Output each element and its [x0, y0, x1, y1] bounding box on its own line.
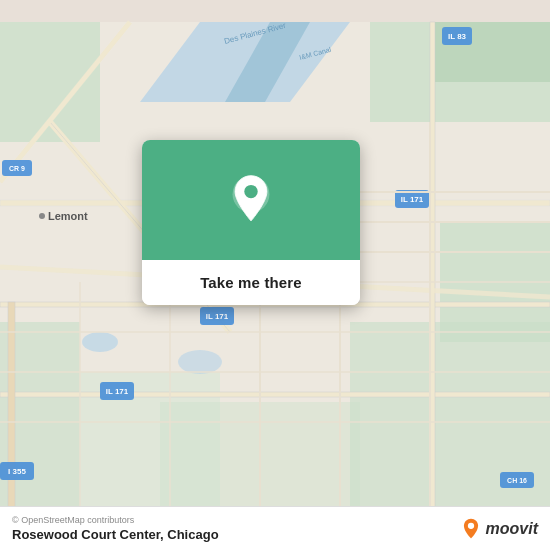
moovit-pin-icon — [460, 518, 482, 540]
svg-text:IL 171: IL 171 — [106, 387, 129, 396]
attribution-text: © OpenStreetMap contributors — [12, 515, 219, 525]
svg-rect-15 — [0, 392, 550, 397]
bottom-bar: © OpenStreetMap contributors Rosewood Co… — [0, 506, 550, 550]
location-pin-icon — [225, 174, 277, 226]
svg-text:IL 83: IL 83 — [448, 32, 467, 41]
take-me-there-button[interactable]: Take me there — [142, 260, 360, 305]
svg-point-53 — [244, 185, 257, 198]
svg-text:CH 16: CH 16 — [507, 477, 527, 484]
bottom-left: © OpenStreetMap contributors Rosewood Co… — [12, 515, 219, 542]
svg-text:Lemont: Lemont — [48, 210, 88, 222]
location-card: Take me there — [142, 140, 360, 305]
svg-text:IL 171: IL 171 — [206, 312, 229, 321]
svg-text:IL 171: IL 171 — [401, 195, 424, 204]
card-map-top — [142, 140, 360, 260]
svg-point-54 — [467, 522, 473, 528]
map-container: IL 83 IL 171 IL 171 IL 171 I 355 CR 9 CH… — [0, 0, 550, 550]
svg-text:CR 9: CR 9 — [9, 165, 25, 172]
svg-rect-16 — [8, 302, 15, 528]
svg-point-37 — [39, 213, 45, 219]
moovit-brand-text: moovit — [486, 520, 538, 538]
svg-rect-6 — [350, 322, 550, 528]
svg-point-11 — [82, 332, 118, 352]
place-name-text: Rosewood Court Center, Chicago — [12, 527, 219, 542]
svg-text:I 355: I 355 — [8, 467, 26, 476]
moovit-logo: moovit — [460, 518, 538, 540]
svg-point-12 — [178, 350, 222, 374]
